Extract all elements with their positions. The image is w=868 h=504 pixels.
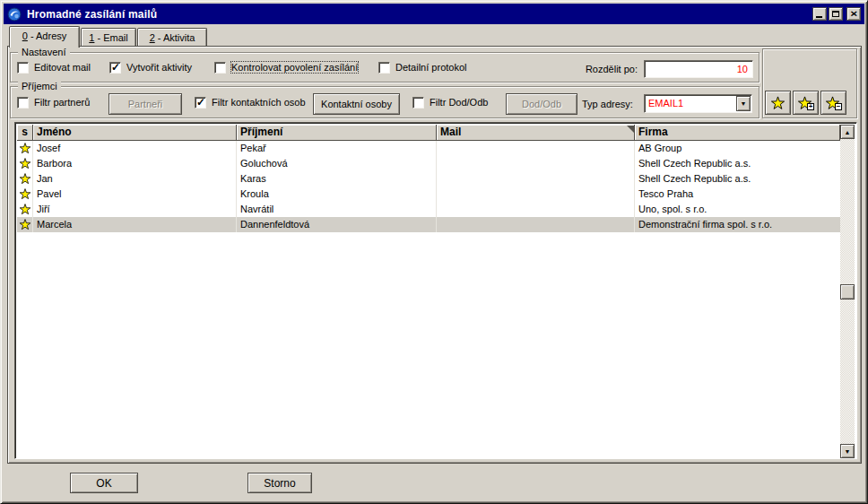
minimize-icon <box>816 16 822 18</box>
checkbox-label: Filtr partnerů <box>34 97 90 108</box>
row-star-cell <box>17 141 33 156</box>
maximize-button[interactable] <box>829 7 843 21</box>
app-icon <box>7 7 22 22</box>
scroll-up-button[interactable]: ▲ <box>840 125 855 139</box>
tab-label: - Email <box>94 32 127 43</box>
column-header-prijmeni[interactable]: Příjmení <box>237 125 437 141</box>
cell-prijmeni: Navrátil <box>237 202 437 217</box>
checkbox-label: Editovat mail <box>34 62 91 73</box>
table-row[interactable]: Jan Karas Shell Czech Republic a.s. <box>17 171 840 187</box>
groupbox-nastaveni-label: Nastavení <box>18 46 70 58</box>
close-button[interactable]: × <box>846 7 861 21</box>
ok-button[interactable]: OK <box>70 473 138 493</box>
cell-prijmeni: Karas <box>237 171 437 187</box>
checkbox-box[interactable] <box>195 97 206 109</box>
table-row[interactable]: Barbora Goluchová Shell Czech Republic a… <box>17 156 840 171</box>
cell-mail <box>437 202 635 217</box>
checkbox-filtr-dod-odb[interactable]: Filtr Dod/Odb <box>412 95 488 109</box>
checkbox-label: Filtr Dod/Odb <box>430 97 488 108</box>
vertical-scrollbar[interactable]: ▲ ▼ <box>840 125 855 458</box>
column-header-jmeno[interactable]: Jméno <box>33 125 237 141</box>
table-row[interactable]: Jiří Navrátil Uno, spol. s r.o. <box>17 202 840 217</box>
cell-prijmeni: Pekař <box>237 141 437 156</box>
cell-mail <box>437 156 635 171</box>
checkbox-box[interactable] <box>378 62 390 74</box>
kontaktni-osoby-button[interactable]: Kontaktní osoby <box>313 93 400 115</box>
cell-firma: Demonstrační firma spol. s r.o. <box>635 217 840 232</box>
cell-jmeno: Jan <box>33 171 237 187</box>
dialog-window: Hromadné zasílání mailů × 0 - Adresy 1 -… <box>0 0 868 504</box>
dod-odb-button[interactable]: Dod/Odb <box>506 93 577 115</box>
cell-firma: Tesco Praha <box>635 187 840 202</box>
cell-firma: AB Group <box>635 141 840 156</box>
column-header-s[interactable]: s <box>17 125 33 141</box>
chevron-down-icon[interactable]: ▼ <box>736 96 751 111</box>
cell-firma: Shell Czech Republic a.s. <box>635 156 840 171</box>
checkbox-box[interactable] <box>214 62 226 74</box>
star-remove-button[interactable]: − <box>820 91 846 115</box>
checkbox-box[interactable] <box>412 97 424 109</box>
typ-adresy-combobox[interactable]: EMAIL1 ▼ <box>644 94 752 113</box>
star-icon <box>770 95 786 110</box>
star-icon <box>19 172 31 185</box>
star-icon <box>19 142 31 154</box>
window-title: Hromadné zasílání mailů <box>27 8 157 21</box>
checkbox-vytvorit-aktivity[interactable]: Vytvořit aktivity <box>109 60 192 74</box>
cell-jmeno: Barbora <box>33 156 237 171</box>
cell-jmeno: Pavel <box>33 187 237 202</box>
table-row[interactable]: Marcela Dannenfeldtová Demonstrační firm… <box>17 217 840 232</box>
titlebar[interactable]: Hromadné zasílání mailů × <box>4 4 864 24</box>
star-mark-button[interactable] <box>765 91 791 115</box>
checkbox-label: Filtr kontaktních osob <box>212 97 306 108</box>
cell-mail <box>437 171 635 187</box>
minimize-button[interactable] <box>812 7 827 21</box>
column-corner-marker <box>627 126 634 133</box>
cell-prijmeni: Goluchová <box>237 156 437 171</box>
checkbox-filtr-partneru[interactable]: Filtr partnerů <box>17 95 90 109</box>
cell-jmeno: Jiří <box>33 202 237 217</box>
tab-aktivita[interactable]: 2 - Aktivita <box>137 28 207 47</box>
scroll-up-icon: ▲ <box>845 129 851 135</box>
checkbox-box[interactable] <box>17 62 29 74</box>
cell-mail <box>437 141 635 156</box>
maximize-icon <box>832 11 839 17</box>
rozdelit-po-input[interactable] <box>644 60 753 78</box>
storno-button[interactable]: Storno <box>247 473 312 493</box>
table-header: s Jméno Příjmení Mail Firma <box>17 125 840 141</box>
checkbox-box[interactable] <box>17 97 29 109</box>
table-body: Josef Pekař AB Group Barbora Goluchová S… <box>17 141 840 232</box>
checkbox-detailni-protokol[interactable]: Detailní protokol <box>378 60 467 74</box>
rozdelit-po-label: Rozdělit po: <box>575 64 638 74</box>
star-add-button[interactable]: + <box>793 91 819 115</box>
cell-mail <box>437 217 635 232</box>
tab-adresy[interactable]: 0 - Adresy <box>9 26 80 48</box>
cell-prijmeni: Kroula <box>237 187 437 202</box>
partneri-button[interactable]: Partneři <box>108 93 182 115</box>
plus-badge: + <box>807 103 814 110</box>
checkbox-kontrolovat-povoleni[interactable]: Kontrolovat povolení zasílání <box>214 60 358 74</box>
column-header-label: Mail <box>440 126 461 138</box>
scroll-down-button[interactable]: ▼ <box>840 444 855 458</box>
star-icon <box>19 218 31 230</box>
close-icon: × <box>850 9 857 19</box>
cell-firma: Uno, spol. s r.o. <box>635 202 840 217</box>
tab-email[interactable]: 1 - Email <box>81 28 136 47</box>
table-row[interactable]: Pavel Kroula Tesco Praha <box>17 187 840 202</box>
typ-adresy-label: Typ adresy: <box>582 99 633 109</box>
row-star-cell <box>17 156 33 171</box>
column-header-firma[interactable]: Firma <box>635 125 840 141</box>
checkbox-editovat-mail[interactable]: Editovat mail <box>17 60 91 74</box>
table-row[interactable]: Josef Pekař AB Group <box>17 141 840 156</box>
checkbox-label: Kontrolovat povolení zasílání <box>231 62 358 73</box>
minus-badge: − <box>835 103 842 110</box>
row-star-cell <box>17 187 33 202</box>
checkbox-label: Vytvořit aktivity <box>126 62 192 73</box>
column-header-mail[interactable]: Mail <box>437 125 635 141</box>
checkbox-box[interactable] <box>109 62 121 74</box>
scrollbar-thumb[interactable] <box>840 284 855 300</box>
recipients-table: s Jméno Příjmení Mail Firma Josef Pekař … <box>14 122 857 459</box>
row-star-cell <box>17 217 33 232</box>
cell-jmeno: Josef <box>33 141 237 156</box>
checkbox-filtr-kontaktnich-osob[interactable]: Filtr kontaktních osob <box>195 95 306 109</box>
checkbox-label: Detailní protokol <box>395 62 467 73</box>
